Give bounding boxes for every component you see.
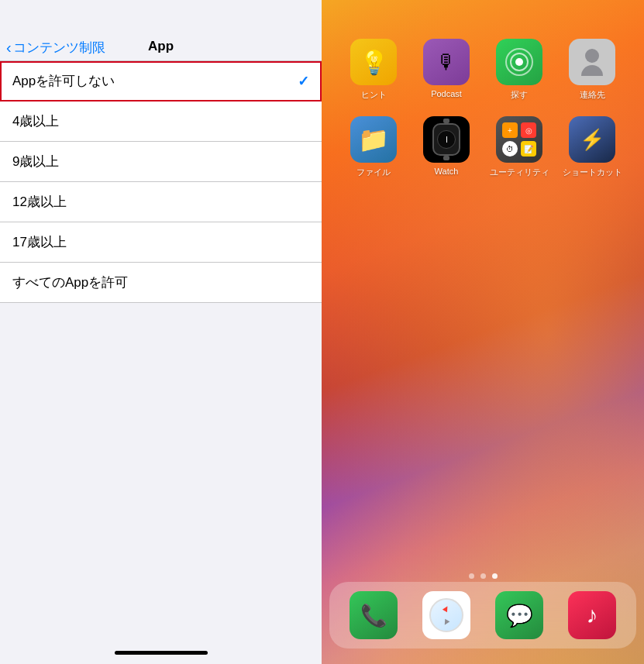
find-icon — [496, 39, 542, 85]
page-dot-3 — [492, 573, 498, 579]
iphone-home-screen: ヒント Podcast 探す — [322, 0, 644, 664]
restriction-no-apps[interactable]: Appを許可しない ✓ — [0, 61, 322, 101]
app-watch[interactable]: Watch — [415, 116, 477, 178]
app-row-1: ヒント Podcast 探す — [337, 39, 629, 101]
nav-title: App — [148, 39, 174, 54]
restriction-all-apps[interactable]: すべてのAppを許可 — [0, 263, 322, 303]
contacts-label: 連絡先 — [580, 89, 605, 101]
podcast-label: Podcast — [431, 89, 462, 98]
app-find[interactable]: 探す — [488, 39, 550, 101]
hint-icon — [350, 39, 397, 85]
shortcuts-icon-inner: ⚡ — [580, 128, 604, 152]
app-hint[interactable]: ヒント — [343, 39, 405, 101]
checkmark-icon: ✓ — [298, 73, 309, 90]
dock-music[interactable] — [568, 591, 616, 639]
page-indicator — [322, 573, 644, 579]
app-contacts[interactable]: 連絡先 — [561, 39, 623, 101]
chevron-left-icon: ‹ — [6, 39, 12, 57]
safari-compass — [429, 598, 463, 632]
app-podcast[interactable]: Podcast — [415, 39, 477, 101]
restriction-age9-label: 9歳以上 — [12, 153, 59, 170]
restriction-no-apps-label: Appを許可しない — [12, 72, 115, 90]
page-dot-1 — [469, 573, 474, 579]
restriction-age9[interactable]: 9歳以上 — [0, 142, 322, 182]
watch-face — [432, 123, 460, 156]
home-indicator — [115, 651, 208, 655]
restriction-age4-label: 4歳以上 — [12, 112, 59, 130]
contact-head — [585, 49, 599, 63]
watch-dial — [437, 130, 456, 149]
app-row-2: 📁 ファイル Watch + ◎ — [337, 116, 629, 178]
nav-bar: ‹ コンテンツ制限 App — [0, 0, 322, 61]
shortcuts-icon: ⚡ — [569, 116, 615, 163]
restriction-all-apps-label: すべてのAppを許可 — [12, 274, 128, 291]
hint-label: ヒント — [361, 89, 387, 101]
util-notes: 📝 — [521, 141, 536, 157]
dock — [329, 582, 636, 649]
restriction-age12-label: 12歳以上 — [12, 193, 67, 211]
app-files[interactable]: 📁 ファイル — [343, 116, 405, 178]
dock-phone[interactable] — [350, 591, 398, 639]
watch-label: Watch — [435, 167, 459, 176]
files-label: ファイル — [356, 167, 391, 178]
shortcuts-label: ショートカット — [563, 167, 622, 178]
contacts-icon — [569, 39, 615, 85]
dock-messages[interactable] — [495, 591, 543, 639]
files-icon: 📁 — [350, 116, 397, 163]
restriction-age12[interactable]: 12歳以上 — [0, 182, 322, 222]
files-icon-inner: 📁 — [358, 125, 389, 154]
utilities-icon: + ◎ ⏱ 📝 — [496, 116, 542, 163]
restriction-age17[interactable]: 17歳以上 — [0, 222, 322, 263]
settings-panel: ‹ コンテンツ制限 App Appを許可しない ✓ 4歳以上 9歳以上 12歳以… — [0, 0, 322, 664]
find-label: 探す — [511, 89, 528, 101]
contacts-icon-inner — [573, 43, 611, 81]
nav-back-label: コンテンツ制限 — [13, 39, 105, 57]
contact-body — [581, 65, 603, 76]
app-utilities[interactable]: + ◎ ⏱ 📝 ユーティリティ — [488, 116, 550, 178]
find-center-dot — [515, 58, 523, 66]
watch-icon — [423, 116, 470, 163]
app-restriction-list: Appを許可しない ✓ 4歳以上 9歳以上 12歳以上 17歳以上 すべてのAp… — [0, 61, 322, 303]
utilities-label: ユーティリティ — [490, 167, 549, 178]
restriction-age4[interactable]: 4歳以上 — [0, 101, 322, 142]
utilities-grid: + ◎ ⏱ 📝 — [496, 116, 542, 163]
util-clock: ⏱ — [502, 141, 518, 157]
app-grid: ヒント Podcast 探す — [322, 23, 644, 194]
app-shortcuts[interactable]: ⚡ ショートカット — [561, 116, 623, 178]
dock-safari[interactable] — [422, 591, 470, 639]
safari-needle — [431, 600, 462, 631]
nav-back-button[interactable]: ‹ コンテンツ制限 — [6, 39, 105, 57]
util-compass: ◎ — [521, 122, 536, 138]
page-dot-2 — [480, 573, 486, 579]
restriction-age17-label: 17歳以上 — [12, 233, 67, 251]
find-icon-inner — [496, 39, 542, 85]
find-circles — [504, 46, 535, 77]
podcast-icon — [423, 39, 470, 85]
util-calc: + — [502, 122, 518, 138]
